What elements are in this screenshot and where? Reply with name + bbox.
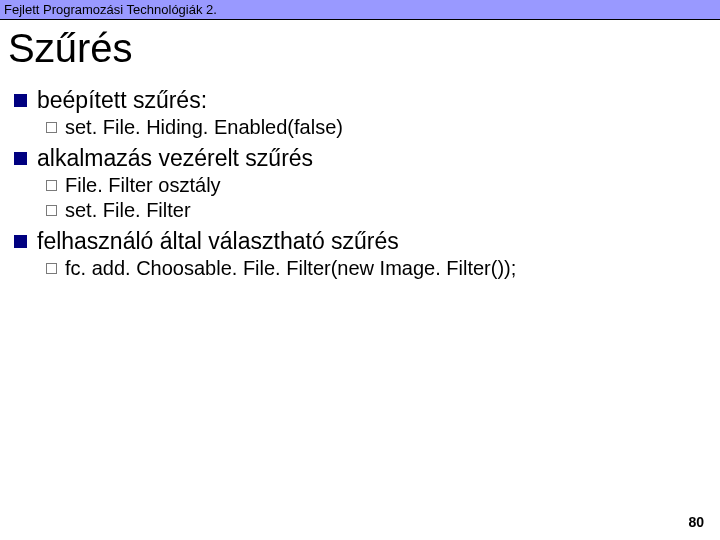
- square-bullet-icon: [14, 152, 27, 165]
- list-subitem-label: File. Filter osztály: [65, 174, 221, 197]
- list-subitem-label: set. File. Hiding. Enabled(false): [65, 116, 343, 139]
- page-number: 80: [688, 514, 704, 530]
- list-item: alkalmazás vezérelt szűrés: [14, 145, 706, 172]
- list-item: felhasználó által választható szűrés: [14, 228, 706, 255]
- list-item-label: felhasználó által választható szűrés: [37, 228, 399, 255]
- list-subitem: fc. add. Choosable. File. Filter(new Ima…: [46, 257, 706, 280]
- list-subitem: set. File. Hiding. Enabled(false): [46, 116, 706, 139]
- list-item: beépített szűrés:: [14, 87, 706, 114]
- content: beépített szűrés: set. File. Hiding. Ena…: [0, 87, 720, 280]
- list-subitem: set. File. Filter: [46, 199, 706, 222]
- list-subitem-label: set. File. Filter: [65, 199, 191, 222]
- header-text: Fejlett Programozási Technológiák 2.: [4, 2, 217, 17]
- hollow-square-bullet-icon: [46, 122, 57, 133]
- list-item-label: alkalmazás vezérelt szűrés: [37, 145, 313, 172]
- square-bullet-icon: [14, 94, 27, 107]
- slide-title: Szűrés: [0, 20, 720, 81]
- hollow-square-bullet-icon: [46, 205, 57, 216]
- list-item-label: beépített szűrés:: [37, 87, 207, 114]
- hollow-square-bullet-icon: [46, 263, 57, 274]
- list-subitem-label: fc. add. Choosable. File. Filter(new Ima…: [65, 257, 516, 280]
- header-bar: Fejlett Programozási Technológiák 2.: [0, 0, 720, 20]
- list-subitem: File. Filter osztály: [46, 174, 706, 197]
- hollow-square-bullet-icon: [46, 180, 57, 191]
- square-bullet-icon: [14, 235, 27, 248]
